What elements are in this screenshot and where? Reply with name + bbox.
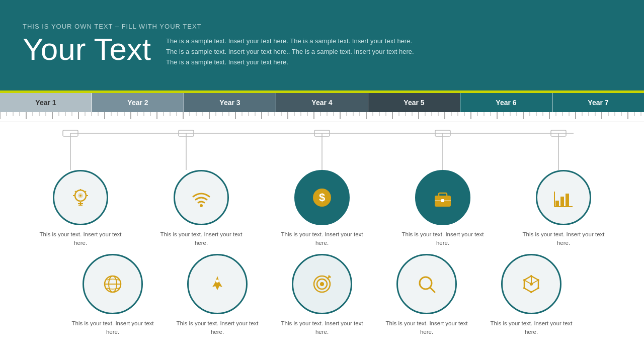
header-description: The is a sample text. Insert your text h… bbox=[166, 32, 414, 67]
circle-dollar: $ bbox=[294, 170, 350, 225]
icon-item-dollar: $ This is your text. Insert your text he… bbox=[272, 170, 372, 248]
cube-icon bbox=[519, 272, 543, 296]
icon-item-wifi: This is your text. Insert your text here… bbox=[151, 170, 252, 248]
svg-point-155 bbox=[523, 279, 525, 281]
circle-target bbox=[292, 254, 352, 314]
header-subtitle: THIS IS YOUR OWN TEXT – FILL WITH YOUR T… bbox=[23, 23, 621, 30]
wifi-icon bbox=[189, 186, 213, 210]
target-icon bbox=[310, 272, 334, 296]
svg-rect-125 bbox=[439, 193, 447, 197]
icon-text-lightbulb: This is your text. Insert your text here… bbox=[37, 230, 125, 248]
svg-rect-105 bbox=[63, 130, 78, 136]
year-label-7: Year 7 bbox=[552, 93, 644, 112]
search-icon bbox=[415, 272, 439, 296]
svg-point-154 bbox=[523, 287, 525, 289]
dollar-icon: $ bbox=[310, 186, 334, 210]
year-label-4: Year 4 bbox=[276, 93, 368, 112]
circle-wifi bbox=[174, 170, 229, 225]
year-label-1: Year 1 bbox=[0, 93, 92, 112]
circle-lightbulb bbox=[53, 170, 108, 225]
ruler: // inline ticks via SVG bbox=[0, 112, 644, 122]
icon-text-barchart: This is your text. Insert your text here… bbox=[520, 230, 608, 248]
year-label-2: Year 2 bbox=[92, 93, 184, 112]
icon-text-briefcase: This is your text. Insert your text here… bbox=[399, 230, 487, 248]
bottom-icons-row: This is your text. Insert your text here… bbox=[20, 254, 624, 337]
svg-point-149 bbox=[530, 283, 533, 286]
svg-point-152 bbox=[537, 287, 539, 289]
icon-text-globe: This is your text. Insert your text here… bbox=[69, 319, 157, 337]
icon-item-globe: This is your text. Insert your text here… bbox=[62, 254, 163, 337]
icon-text-wifi: This is your text. Insert your text here… bbox=[157, 230, 246, 248]
circle-search bbox=[396, 254, 457, 314]
circle-barchart bbox=[536, 170, 591, 225]
icon-item-target: This is your text. Insert your text here… bbox=[272, 254, 372, 337]
svg-rect-108 bbox=[435, 130, 450, 136]
svg-rect-107 bbox=[314, 130, 330, 136]
globe-icon bbox=[101, 272, 125, 296]
briefcase-icon bbox=[431, 186, 455, 210]
svg-line-115 bbox=[75, 191, 76, 192]
svg-rect-130 bbox=[566, 194, 569, 207]
rocket-icon bbox=[205, 272, 229, 296]
svg-point-139 bbox=[320, 282, 324, 286]
connector-lines-top bbox=[20, 127, 624, 170]
svg-rect-109 bbox=[551, 130, 566, 136]
svg-point-150 bbox=[530, 275, 532, 277]
circle-briefcase bbox=[415, 170, 470, 225]
year-label-5: Year 5 bbox=[368, 93, 460, 112]
icon-item-rocket: This is your text. Insert your text here… bbox=[167, 254, 268, 337]
circle-cube bbox=[501, 254, 561, 314]
barchart-icon bbox=[551, 186, 576, 210]
svg-point-151 bbox=[537, 279, 539, 281]
icon-item-search: This is your text. Insert your text here… bbox=[376, 254, 477, 337]
top-icons-row: This is your text. Insert your text here… bbox=[20, 170, 624, 248]
header-section: THIS IS YOUR OWN TEXT – FILL WITH YOUR T… bbox=[0, 0, 644, 90]
icon-text-search: This is your text. Insert your text here… bbox=[383, 319, 471, 337]
timeline-bar: Year 1 Year 2 Year 3 Year 4 Year 5 Year … bbox=[0, 93, 644, 112]
icon-item-cube: This is your text. Insert your text here… bbox=[481, 254, 582, 337]
lightbulb-icon bbox=[68, 186, 93, 210]
icon-text-rocket: This is your text. Insert your text here… bbox=[174, 319, 262, 337]
icon-item-briefcase: This is your text. Insert your text here… bbox=[392, 170, 493, 248]
icon-item-lightbulb: This is your text. Insert your text here… bbox=[30, 170, 131, 248]
icon-text-target: This is your text. Insert your text here… bbox=[278, 319, 366, 337]
svg-point-136 bbox=[216, 280, 219, 283]
svg-line-116 bbox=[85, 191, 86, 192]
svg-point-120 bbox=[79, 195, 82, 197]
connectors-top bbox=[20, 127, 624, 170]
svg-rect-127 bbox=[441, 199, 444, 202]
circle-globe bbox=[83, 254, 143, 314]
year-label-6: Year 6 bbox=[460, 93, 552, 112]
svg-text:$: $ bbox=[319, 191, 325, 204]
icon-item-barchart: This is your text. Insert your text here… bbox=[513, 170, 614, 248]
header-title: Your Text bbox=[23, 32, 151, 66]
header-content: Your Text The is a sample text. Insert y… bbox=[23, 32, 621, 67]
svg-point-153 bbox=[530, 291, 532, 293]
svg-line-144 bbox=[430, 288, 435, 292]
svg-rect-106 bbox=[179, 130, 194, 136]
main-content: This is your text. Insert your text here… bbox=[0, 122, 644, 362]
year-label-3: Year 3 bbox=[184, 93, 276, 112]
svg-rect-128 bbox=[555, 201, 559, 207]
circle-rocket bbox=[187, 254, 248, 314]
svg-point-121 bbox=[200, 204, 203, 207]
icon-text-dollar: This is your text. Insert your text here… bbox=[278, 230, 366, 248]
svg-rect-129 bbox=[560, 197, 564, 207]
icon-text-cube: This is your text. Insert your text here… bbox=[488, 319, 576, 337]
